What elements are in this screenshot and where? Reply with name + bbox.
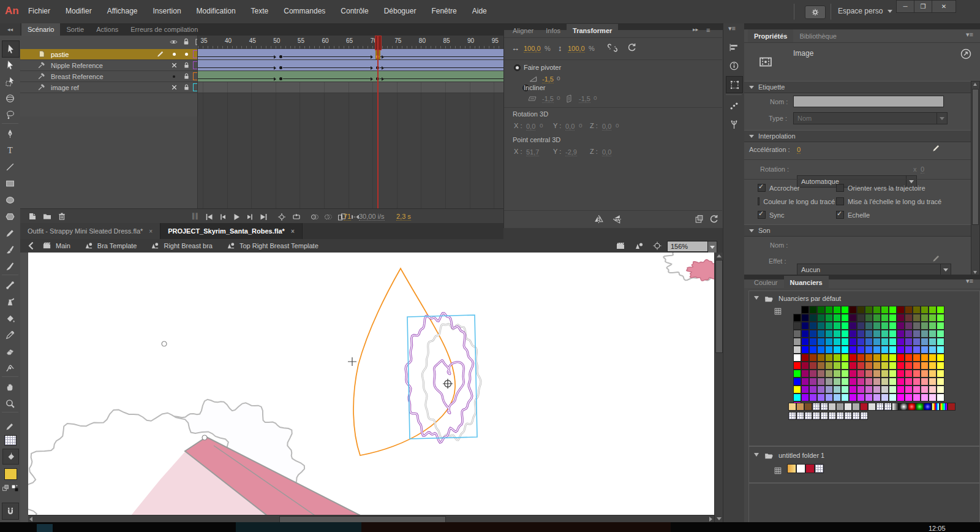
- panel-drag-handle[interactable]: ∥∥: [192, 212, 198, 220]
- websafe-swatch[interactable]: [929, 354, 937, 362]
- websafe-swatch[interactable]: [889, 370, 897, 378]
- subselection-tool[interactable]: [2, 57, 18, 73]
- document-tab[interactable]: PROJECT_Skyrim_Santa_Robes.fla*×: [160, 223, 303, 239]
- websafe-swatch[interactable]: [809, 330, 817, 338]
- new-folder-button[interactable]: [42, 211, 52, 221]
- zoom-tool[interactable]: [2, 395, 18, 411]
- workspace-switcher[interactable]: Espace perso: [838, 7, 892, 15]
- center3d-y[interactable]: -2,9: [565, 148, 577, 156]
- sound-name-select[interactable]: Aucun: [797, 264, 951, 276]
- websafe-swatch[interactable]: [809, 354, 817, 362]
- frame-name-input[interactable]: [793, 96, 944, 107]
- websafe-swatch[interactable]: [857, 386, 865, 393]
- websafe-swatch[interactable]: [881, 378, 889, 386]
- eye-column-icon[interactable]: [169, 37, 178, 47]
- websafe-swatch[interactable]: [929, 314, 937, 322]
- checkbox-sync[interactable]: Sync: [758, 211, 835, 219]
- new-layer-button[interactable]: [28, 211, 37, 221]
- frame-row-breast-reference[interactable]: [197, 71, 503, 82]
- free-transform-tool[interactable]: [2, 74, 18, 89]
- websafe-swatch[interactable]: [857, 306, 865, 314]
- bitmap-swatch[interactable]: [844, 412, 852, 420]
- websafe-swatch[interactable]: [865, 322, 873, 330]
- extra-swatch[interactable]: [916, 403, 924, 411]
- custom-swatch[interactable]: [787, 464, 796, 473]
- websafe-swatch[interactable]: [849, 330, 857, 338]
- websafe-swatch[interactable]: [929, 370, 937, 378]
- tab-erreurs-de-compilation[interactable]: Erreurs de compilation: [124, 23, 204, 36]
- go-last-button[interactable]: [258, 211, 268, 222]
- websafe-swatch[interactable]: [809, 346, 817, 354]
- websafe-swatch[interactable]: [833, 314, 841, 322]
- rotation-count-value[interactable]: 0: [921, 165, 924, 173]
- websafe-swatch[interactable]: [809, 362, 817, 370]
- frame-row-nipple-reference[interactable]: [197, 60, 503, 71]
- websafe-swatch[interactable]: [841, 314, 849, 322]
- websafe-swatch[interactable]: [921, 393, 929, 401]
- websafe-swatch[interactable]: [873, 306, 881, 314]
- bone-tool[interactable]: [2, 277, 18, 293]
- custom-swatch[interactable]: [796, 464, 805, 473]
- delete-layer-button[interactable]: [57, 211, 67, 221]
- websafe-swatch[interactable]: [905, 378, 913, 386]
- websafe-swatch[interactable]: [913, 330, 921, 338]
- websafe-swatch[interactable]: [881, 346, 889, 354]
- breadcrumb-item[interactable]: Bra Template: [84, 241, 137, 251]
- layer-lock-toggle[interactable]: [182, 83, 190, 92]
- websafe-swatch[interactable]: [929, 330, 937, 338]
- extra-swatch[interactable]: [948, 403, 956, 411]
- app-logo[interactable]: An: [5, 5, 19, 17]
- websafe-swatch[interactable]: [809, 386, 817, 393]
- websafe-swatch[interactable]: [841, 378, 849, 386]
- skew-x-value[interactable]: -1,5: [542, 95, 554, 103]
- websafe-swatch[interactable]: [905, 393, 913, 401]
- websafe-swatch[interactable]: [825, 370, 833, 378]
- websafe-swatch[interactable]: [817, 362, 825, 370]
- websafe-swatch[interactable]: [897, 370, 905, 378]
- skew-y-value[interactable]: -1,5: [579, 95, 590, 103]
- websafe-swatch[interactable]: [833, 346, 841, 354]
- websafe-swatch[interactable]: [801, 378, 809, 386]
- websafe-swatch[interactable]: [889, 378, 897, 386]
- websafe-swatch[interactable]: [905, 362, 913, 370]
- websafe-swatch[interactable]: [817, 330, 825, 338]
- websafe-swatch[interactable]: [913, 378, 921, 386]
- bitmap-swatch[interactable]: [836, 412, 844, 420]
- tab-sortie[interactable]: Sortie: [60, 23, 90, 36]
- back-button[interactable]: [26, 241, 36, 251]
- menu-item-fichier[interactable]: Fichier: [28, 7, 50, 15]
- websafe-swatch[interactable]: [897, 306, 905, 314]
- bitmap-swatch[interactable]: [804, 412, 812, 420]
- websafe-swatch[interactable]: [825, 330, 833, 338]
- layer-row-breast-reference[interactable]: Breast Reference: [20, 71, 197, 82]
- checkbox-orienter-vers-la-trajectoire[interactable]: Orienter vers la trajectoire: [836, 184, 965, 192]
- websafe-swatch[interactable]: [913, 314, 921, 322]
- websafe-swatch[interactable]: [825, 386, 833, 393]
- websafe-swatch[interactable]: [865, 330, 873, 338]
- websafe-swatch[interactable]: [905, 306, 913, 314]
- fill-bucket-icon[interactable]: [2, 449, 19, 465]
- websafe-swatch[interactable]: [921, 354, 929, 362]
- tab-couleur[interactable]: Couleur: [748, 276, 784, 289]
- layer-visibility-toggle[interactable]: [170, 72, 178, 81]
- grayscale-swatch[interactable]: [793, 386, 801, 393]
- websafe-swatch[interactable]: [817, 338, 825, 346]
- websafe-swatch[interactable]: [881, 370, 889, 378]
- websafe-swatch[interactable]: [937, 338, 944, 346]
- menu-item-dboguer[interactable]: Déboguer: [384, 7, 417, 15]
- websafe-swatch[interactable]: [801, 322, 809, 330]
- oval-tool[interactable]: [2, 192, 18, 208]
- websafe-swatch[interactable]: [825, 314, 833, 322]
- remove-transform-icon[interactable]: [709, 214, 719, 224]
- breadcrumb-item[interactable]: Top Right Breast Template: [226, 241, 318, 251]
- websafe-swatch[interactable]: [825, 306, 833, 314]
- websafe-swatch[interactable]: [809, 370, 817, 378]
- websafe-swatch[interactable]: [817, 322, 825, 330]
- websafe-swatch[interactable]: [889, 354, 897, 362]
- websafe-swatch[interactable]: [873, 370, 881, 378]
- websafe-swatch[interactable]: [897, 330, 905, 338]
- websafe-swatch[interactable]: [889, 386, 897, 393]
- websafe-swatch[interactable]: [801, 393, 809, 401]
- websafe-swatch[interactable]: [889, 330, 897, 338]
- extra-swatch[interactable]: [876, 403, 884, 411]
